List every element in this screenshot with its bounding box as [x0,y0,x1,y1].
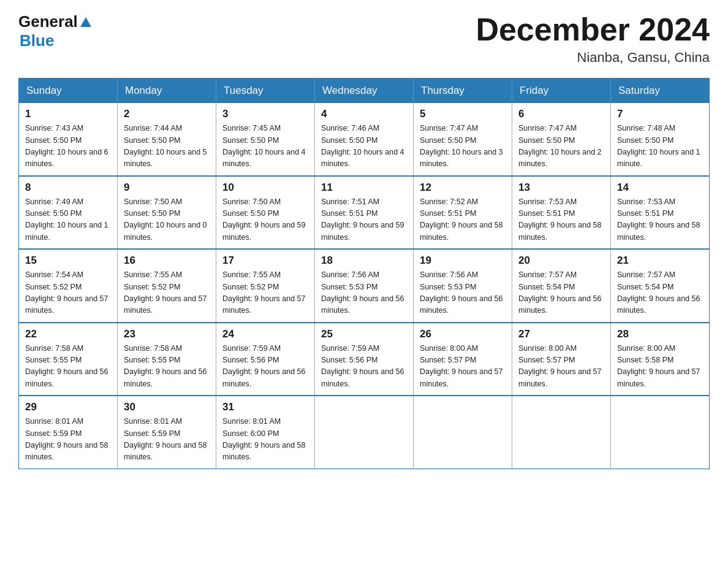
day-info: Sunrise: 8:00 AM Sunset: 5:57 PM Dayligh… [420,343,506,391]
calendar-day-cell: 24Sunrise: 7:59 AM Sunset: 5:56 PM Dayli… [216,323,315,396]
col-header-sunday: Sunday [19,79,118,104]
calendar-day-cell [414,396,512,469]
calendar-day-cell: 29Sunrise: 8:01 AM Sunset: 5:59 PM Dayli… [19,396,118,469]
calendar-day-cell: 7Sunrise: 7:48 AM Sunset: 5:50 PM Daylig… [611,103,710,176]
calendar-day-cell [512,396,611,469]
day-info: Sunrise: 8:01 AM Sunset: 6:00 PM Dayligh… [222,416,308,464]
day-number: 8 [25,182,111,194]
day-info: Sunrise: 7:43 AM Sunset: 5:50 PM Dayligh… [25,123,111,170]
day-info: Sunrise: 7:56 AM Sunset: 5:53 PM Dayligh… [420,269,506,317]
calendar-day-cell: 30Sunrise: 8:01 AM Sunset: 5:59 PM Dayli… [118,396,216,469]
day-info: Sunrise: 7:54 AM Sunset: 5:52 PM Dayligh… [25,269,111,317]
calendar-day-cell: 1Sunrise: 7:43 AM Sunset: 5:50 PM Daylig… [19,103,118,176]
day-number: 31 [222,401,308,413]
title-section: December 2024 Nianba, Gansu, China [476,12,710,66]
day-info: Sunrise: 7:47 AM Sunset: 5:50 PM Dayligh… [518,123,604,170]
day-number: 4 [321,108,407,120]
day-info: Sunrise: 7:50 AM Sunset: 5:50 PM Dayligh… [124,196,210,244]
calendar-day-cell: 28Sunrise: 8:00 AM Sunset: 5:58 PM Dayli… [611,323,710,396]
calendar-header-row: SundayMondayTuesdayWednesdayThursdayFrid… [19,79,710,104]
calendar-day-cell: 18Sunrise: 7:56 AM Sunset: 5:53 PM Dayli… [315,249,414,323]
day-number: 17 [222,255,308,267]
calendar-day-cell: 9Sunrise: 7:50 AM Sunset: 5:50 PM Daylig… [118,176,216,250]
day-info: Sunrise: 8:01 AM Sunset: 5:59 PM Dayligh… [25,416,111,464]
day-number: 25 [321,328,407,340]
page-header: General Blue December 2024 Nianba, Gansu… [18,12,710,66]
day-info: Sunrise: 7:52 AM Sunset: 5:51 PM Dayligh… [420,196,506,244]
day-number: 29 [25,401,111,413]
col-header-friday: Friday [512,79,611,104]
day-info: Sunrise: 8:01 AM Sunset: 5:59 PM Dayligh… [124,416,210,464]
calendar-day-cell: 4Sunrise: 7:46 AM Sunset: 5:50 PM Daylig… [315,103,414,176]
calendar-day-cell: 16Sunrise: 7:55 AM Sunset: 5:52 PM Dayli… [118,249,216,323]
day-number: 3 [222,108,308,120]
day-number: 19 [420,255,506,267]
day-number: 27 [518,328,604,340]
day-number: 7 [617,108,703,120]
day-number: 6 [518,108,604,120]
calendar-day-cell: 11Sunrise: 7:51 AM Sunset: 5:51 PM Dayli… [315,176,414,250]
calendar-day-cell: 12Sunrise: 7:52 AM Sunset: 5:51 PM Dayli… [414,176,512,250]
col-header-saturday: Saturday [611,79,710,104]
day-number: 12 [420,182,506,194]
day-info: Sunrise: 7:45 AM Sunset: 5:50 PM Dayligh… [222,123,308,170]
day-info: Sunrise: 7:53 AM Sunset: 5:51 PM Dayligh… [617,196,703,244]
calendar-day-cell: 17Sunrise: 7:55 AM Sunset: 5:52 PM Dayli… [216,249,315,323]
day-info: Sunrise: 7:44 AM Sunset: 5:50 PM Dayligh… [124,123,210,170]
calendar-day-cell: 25Sunrise: 7:59 AM Sunset: 5:56 PM Dayli… [315,323,414,396]
day-info: Sunrise: 7:57 AM Sunset: 5:54 PM Dayligh… [518,269,604,317]
day-number: 22 [25,328,111,340]
day-info: Sunrise: 7:47 AM Sunset: 5:50 PM Dayligh… [420,123,506,170]
day-info: Sunrise: 7:49 AM Sunset: 5:50 PM Dayligh… [25,196,111,244]
day-number: 24 [222,328,308,340]
day-number: 18 [321,255,407,267]
day-info: Sunrise: 7:55 AM Sunset: 5:52 PM Dayligh… [222,269,308,317]
logo-general-text: General [18,12,78,31]
calendar-day-cell: 31Sunrise: 8:01 AM Sunset: 6:00 PM Dayli… [216,396,315,469]
location-text: Nianba, Gansu, China [476,50,710,66]
calendar-day-cell: 27Sunrise: 8:00 AM Sunset: 5:57 PM Dayli… [512,323,611,396]
day-number: 11 [321,182,407,194]
calendar-week-row: 29Sunrise: 8:01 AM Sunset: 5:59 PM Dayli… [19,396,710,469]
col-header-monday: Monday [118,79,216,104]
calendar-week-row: 8Sunrise: 7:49 AM Sunset: 5:50 PM Daylig… [19,176,710,250]
calendar-week-row: 22Sunrise: 7:58 AM Sunset: 5:55 PM Dayli… [19,323,710,396]
calendar-day-cell: 15Sunrise: 7:54 AM Sunset: 5:52 PM Dayli… [19,249,118,323]
calendar-day-cell: 14Sunrise: 7:53 AM Sunset: 5:51 PM Dayli… [611,176,710,250]
day-number: 28 [617,328,703,340]
day-number: 1 [25,108,111,120]
calendar-day-cell: 23Sunrise: 7:58 AM Sunset: 5:55 PM Dayli… [118,323,216,396]
calendar-day-cell: 26Sunrise: 8:00 AM Sunset: 5:57 PM Dayli… [414,323,512,396]
calendar-week-row: 15Sunrise: 7:54 AM Sunset: 5:52 PM Dayli… [19,249,710,323]
day-number: 10 [222,182,308,194]
day-number: 30 [124,401,210,413]
col-header-thursday: Thursday [414,79,512,104]
day-number: 9 [124,182,210,194]
day-info: Sunrise: 7:55 AM Sunset: 5:52 PM Dayligh… [124,269,210,317]
day-number: 2 [124,108,210,120]
day-info: Sunrise: 8:00 AM Sunset: 5:57 PM Dayligh… [518,343,604,391]
calendar-table: SundayMondayTuesdayWednesdayThursdayFrid… [18,78,710,469]
day-info: Sunrise: 7:58 AM Sunset: 5:55 PM Dayligh… [124,343,210,391]
calendar-day-cell: 22Sunrise: 7:58 AM Sunset: 5:55 PM Dayli… [19,323,118,396]
day-info: Sunrise: 7:59 AM Sunset: 5:56 PM Dayligh… [321,343,407,391]
day-number: 5 [420,108,506,120]
day-info: Sunrise: 7:46 AM Sunset: 5:50 PM Dayligh… [321,123,407,170]
logo-triangle-icon [80,17,91,27]
calendar-day-cell: 3Sunrise: 7:45 AM Sunset: 5:50 PM Daylig… [216,103,315,176]
month-title: December 2024 [476,12,710,47]
calendar-day-cell: 20Sunrise: 7:57 AM Sunset: 5:54 PM Dayli… [512,249,611,323]
day-info: Sunrise: 7:59 AM Sunset: 5:56 PM Dayligh… [222,343,308,391]
calendar-day-cell: 2Sunrise: 7:44 AM Sunset: 5:50 PM Daylig… [118,103,216,176]
logo-blue-text: Blue [20,31,91,50]
day-info: Sunrise: 7:51 AM Sunset: 5:51 PM Dayligh… [321,196,407,244]
day-number: 21 [617,255,703,267]
calendar-day-cell: 5Sunrise: 7:47 AM Sunset: 5:50 PM Daylig… [414,103,512,176]
calendar-day-cell [611,396,710,469]
day-info: Sunrise: 8:00 AM Sunset: 5:58 PM Dayligh… [617,343,703,391]
day-number: 26 [420,328,506,340]
logo: General Blue [18,12,91,50]
calendar-week-row: 1Sunrise: 7:43 AM Sunset: 5:50 PM Daylig… [19,103,710,176]
calendar-day-cell: 10Sunrise: 7:50 AM Sunset: 5:50 PM Dayli… [216,176,315,250]
calendar-day-cell: 8Sunrise: 7:49 AM Sunset: 5:50 PM Daylig… [19,176,118,250]
